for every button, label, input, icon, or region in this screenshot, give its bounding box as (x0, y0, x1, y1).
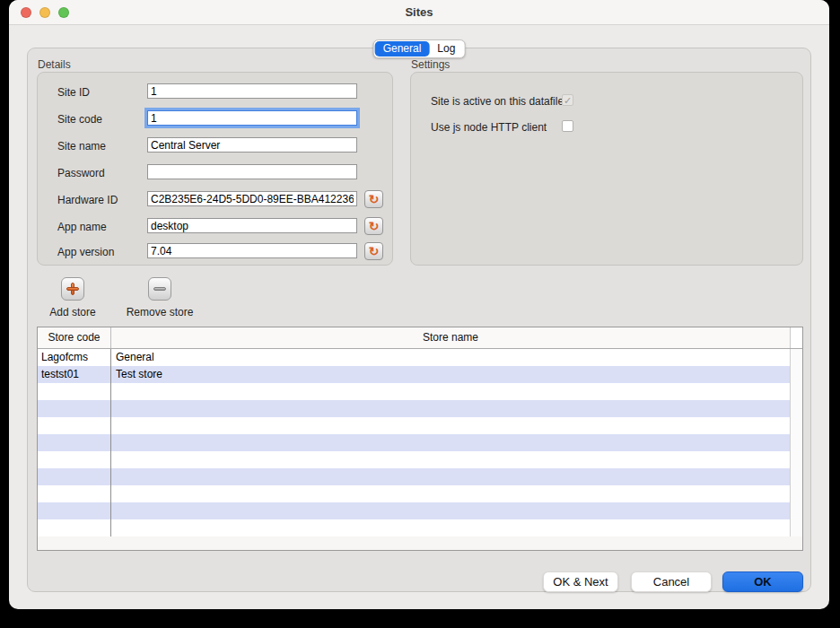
cell-store-name: Test store (111, 366, 790, 383)
cell-store-code (38, 400, 111, 417)
tab-general[interactable]: General (375, 41, 430, 57)
column-header-store-code[interactable]: Store code (38, 327, 111, 348)
input-site-code[interactable] (147, 110, 357, 126)
field-label-site-id: Site ID (57, 86, 90, 99)
cell-store-name (111, 417, 790, 434)
add-store-label: Add store (39, 306, 107, 318)
field-label-app-name: App name (57, 221, 107, 233)
ok-next-button[interactable]: OK & Next (543, 571, 618, 592)
cell-store-name (111, 434, 790, 451)
field-label-app-version: App version (57, 246, 114, 258)
store-table: Store code Store name LagofcmsGeneraltes… (37, 327, 803, 551)
tab-log[interactable]: Log (429, 41, 463, 57)
cell-store-code (38, 451, 111, 468)
cell-store-code: testst01 (38, 366, 111, 383)
checkbox-site-is-active-on-this-datafile: ✓ (562, 94, 573, 106)
cell-store-code (38, 417, 111, 434)
cell-store-code (38, 468, 111, 485)
table-row-empty (38, 400, 790, 417)
store-table-header: Store code Store name (38, 327, 802, 349)
remove-store-label: Remove store (121, 306, 198, 318)
vertical-scrollbar[interactable] (790, 349, 802, 536)
remove-store-button[interactable] (148, 277, 171, 301)
field-label-site-code: Site code (57, 113, 102, 126)
column-header-store-name[interactable]: Store name (111, 327, 790, 348)
cell-store-code (38, 502, 111, 519)
input-site-id[interactable] (147, 83, 357, 99)
cell-store-name (111, 383, 790, 400)
settings-group: Settings Site is active on this datafile… (410, 72, 803, 266)
table-row-empty (38, 485, 790, 502)
cell-store-name (111, 400, 790, 417)
content-panel: Details Site IDSite codeSite namePasswor… (27, 48, 811, 592)
table-row-empty (38, 383, 790, 400)
table-row-empty (38, 468, 790, 485)
checkbox-label-site-is-active-on-this-datafile: Site is active on this datafile (431, 95, 564, 108)
checkbox-use-js-node-http-client[interactable] (562, 120, 573, 132)
cell-store-code (38, 434, 111, 451)
refresh-button-hardware-id[interactable]: ↻ (364, 190, 383, 208)
input-password[interactable] (147, 164, 357, 179)
settings-section-label: Settings (411, 58, 450, 71)
store-table-body: LagofcmsGeneraltestst01Test store (38, 349, 802, 536)
cell-store-name (111, 451, 790, 468)
table-row-empty (38, 451, 790, 468)
cell-store-name (111, 485, 790, 502)
input-app-version[interactable] (147, 243, 357, 258)
sites-window: Sites General Log Details Site IDSite co… (9, 0, 829, 609)
input-hardware-id[interactable] (147, 191, 357, 206)
details-section-label: Details (38, 58, 71, 71)
table-row-empty (38, 417, 790, 434)
cell-store-code (38, 519, 111, 536)
table-row-empty (38, 519, 790, 536)
field-label-password: Password (57, 167, 105, 179)
minus-icon (153, 287, 166, 291)
field-label-site-name: Site name (57, 140, 106, 153)
ok-button[interactable]: OK (722, 571, 803, 592)
minimize-button[interactable] (39, 7, 50, 18)
refresh-button-app-version[interactable]: ↻ (364, 242, 383, 260)
cancel-button[interactable]: Cancel (631, 571, 712, 592)
cell-store-code: Lagofcms (38, 349, 111, 366)
close-button[interactable] (21, 7, 31, 18)
add-store-button[interactable] (61, 277, 84, 301)
input-site-name[interactable] (147, 137, 357, 153)
checkbox-label-use-js-node-http-client: Use js node HTTP client (431, 121, 547, 134)
tab-bar: General Log (373, 39, 466, 58)
input-app-name[interactable] (147, 218, 357, 233)
table-row-testst01[interactable]: testst01Test store (38, 366, 790, 383)
zoom-button[interactable] (58, 7, 69, 18)
window-title: Sites (9, 0, 829, 25)
titlebar: Sites (9, 0, 829, 25)
cell-store-name: General (111, 349, 790, 366)
scroll-corner (790, 327, 802, 348)
table-row-empty (38, 434, 790, 451)
cell-store-name (111, 519, 790, 536)
cell-store-name (111, 468, 790, 485)
field-label-hardware-id: Hardware ID (57, 194, 118, 206)
cell-store-code (38, 485, 111, 502)
table-row-lagofcms[interactable]: LagofcmsGeneral (38, 349, 790, 366)
refresh-button-app-name[interactable]: ↻ (364, 217, 383, 235)
table-row-empty (38, 502, 790, 519)
details-group: Details Site IDSite codeSite namePasswor… (37, 72, 393, 266)
cell-store-name (111, 502, 790, 519)
cell-store-code (38, 383, 111, 400)
